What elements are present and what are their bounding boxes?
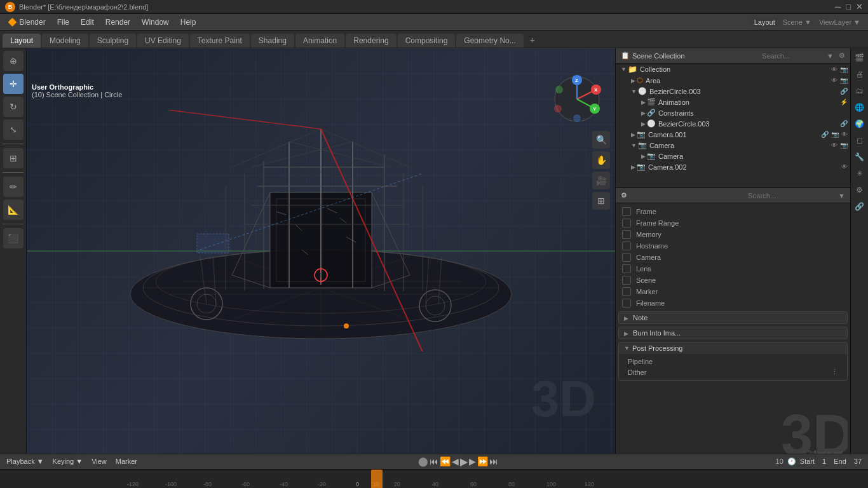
filename-checkbox[interactable]: [622, 299, 631, 308]
prev-frame[interactable]: ◀: [452, 456, 459, 466]
anim-icon[interactable]: ⚡: [840, 98, 848, 105]
add-workspace-button[interactable]: +: [525, 32, 540, 48]
layout-tab-header[interactable]: Layout: [749, 17, 780, 27]
timeline[interactable]: -120 -100 -80 -60 -40 -20 0 10 20 40 60 …: [0, 470, 868, 488]
outliner-item-beziercircle003-mesh[interactable]: ▶ ⚪ BezierCircle.003 🔗: [616, 118, 850, 129]
constraints-props-icon[interactable]: 🔗: [852, 199, 867, 214]
maximize-button[interactable]: □: [846, 2, 851, 11]
note-header[interactable]: ▶ Note: [619, 312, 847, 323]
visibility-icon[interactable]: 👁: [831, 66, 837, 73]
prev-keyframe[interactable]: ⏪: [440, 456, 451, 466]
render-icon[interactable]: 📷: [840, 142, 848, 149]
frame-range-checkbox[interactable]: [622, 219, 631, 227]
hostname-checkbox[interactable]: [622, 241, 631, 250]
outliner-item-camera-child[interactable]: ▶ 📷 Camera: [616, 151, 850, 161]
camera-checkbox[interactable]: [622, 253, 631, 262]
visibility-icon[interactable]: 👁: [831, 77, 837, 84]
output-props-icon[interactable]: 🖨: [852, 67, 867, 82]
view-dropdown[interactable]: View: [88, 456, 111, 466]
measure-tool[interactable]: 📐: [3, 200, 24, 220]
view-layer-props-icon[interactable]: 🗂: [852, 83, 867, 98]
move-tool[interactable]: ✛: [3, 74, 24, 94]
outliner-filter-icon[interactable]: ▼: [827, 52, 834, 60]
window-controls[interactable]: ─ □ ✕: [835, 2, 863, 11]
toggle-quad-view[interactable]: ⊞: [592, 192, 610, 210]
tab-rendering[interactable]: Rendering: [346, 34, 396, 48]
menu-file[interactable]: File: [52, 17, 74, 28]
physics-props-icon[interactable]: ⚙: [852, 182, 867, 198]
outliner-search[interactable]: [758, 51, 822, 61]
menu-render[interactable]: Render: [100, 17, 135, 28]
render-icon[interactable]: 📷: [840, 77, 848, 84]
tab-geometry-nodes[interactable]: Geometry No...: [456, 34, 523, 48]
zoom-to-selection[interactable]: 🔍: [592, 131, 610, 149]
pan-view[interactable]: ✋: [592, 151, 610, 169]
current-frame-display[interactable]: 10: [776, 458, 783, 465]
render-props-icon[interactable]: 🎬: [852, 50, 867, 65]
jump-to-end[interactable]: ⏭: [489, 456, 498, 466]
render-icon[interactable]: 📷: [840, 66, 848, 73]
outliner-item-animation[interactable]: ▶ 🎬 Animation ⚡: [616, 97, 850, 107]
outliner-item-camera001[interactable]: ▶ 📷 Camera.001 🔗 📷 👁: [616, 129, 850, 140]
outliner-item-scene-collection[interactable]: ▼ 📁 Collection 👁 📷: [616, 64, 850, 75]
tab-compositing[interactable]: Compositing: [398, 34, 456, 48]
scene-props-icon[interactable]: 🌐: [852, 100, 867, 115]
tab-modeling[interactable]: Modeling: [42, 34, 88, 48]
world-props-icon[interactable]: 🌍: [852, 116, 867, 132]
play-button[interactable]: ▶: [460, 456, 468, 468]
tab-layout[interactable]: Layout: [3, 34, 41, 48]
tab-uv-editing[interactable]: UV Editing: [137, 34, 189, 48]
viewlayer-selector[interactable]: ViewLayer ▼: [819, 18, 860, 26]
lens-checkbox[interactable]: [622, 264, 631, 273]
menu-window[interactable]: Window: [137, 17, 174, 28]
menu-edit[interactable]: Edit: [76, 17, 99, 28]
tab-shading[interactable]: Shading: [251, 34, 294, 48]
outliner-item-constraints[interactable]: ▶ 🔗 Constraints: [616, 107, 850, 118]
tab-texture-paint[interactable]: Texture Paint: [190, 34, 250, 48]
memory-checkbox[interactable]: [622, 230, 631, 239]
link-icon-2[interactable]: 🔗: [840, 120, 848, 127]
visibility-icon[interactable]: 👁: [841, 131, 848, 138]
minimize-button[interactable]: ─: [835, 2, 841, 11]
viewport[interactable]: Object Mode ▼ View Select Add Object GIS…: [27, 48, 615, 454]
modifier-props-icon[interactable]: 🔧: [852, 149, 867, 165]
keying-dropdown[interactable]: Keying ▼: [49, 456, 87, 466]
marker-dropdown[interactable]: Marker: [112, 456, 141, 466]
next-frame[interactable]: ▶: [469, 456, 476, 466]
outliner-item-camera002[interactable]: ▶ 📷 Camera.002 👁: [616, 161, 850, 172]
tab-sculpting[interactable]: Sculpting: [90, 34, 136, 48]
object-props-icon[interactable]: ◻: [852, 133, 867, 148]
frame-checkbox[interactable]: [622, 207, 631, 216]
close-button[interactable]: ✕: [856, 2, 863, 11]
scene-checkbox[interactable]: [622, 276, 631, 285]
camera001-link[interactable]: 🔗: [821, 131, 829, 138]
camera-view[interactable]: 🎥: [592, 172, 610, 189]
menu-help[interactable]: Help: [175, 17, 201, 28]
outliner-item-area[interactable]: ▶ ⬡ Area 👁 📷: [616, 75, 850, 86]
particles-props-icon[interactable]: ✳: [852, 166, 867, 181]
properties-filter[interactable]: ▼: [838, 192, 845, 200]
jump-to-start[interactable]: ⏮: [430, 456, 438, 466]
outliner-item-beziercircle003[interactable]: ▼ ⚪ BezierCircle.003 🔗: [616, 86, 850, 97]
post-processing-header[interactable]: ▼ Post Processing: [619, 342, 847, 354]
visibility-icon[interactable]: 👁: [831, 142, 837, 149]
rotate-tool[interactable]: ↻: [3, 97, 24, 117]
frame-type-selector[interactable]: ⬤: [418, 456, 428, 466]
viewport-canvas[interactable]: User Orthographic (10) Scene Collection …: [27, 48, 615, 454]
scene-selector[interactable]: Scene ▼: [783, 18, 811, 26]
viewport-gizmo[interactable]: X Y Z: [552, 74, 602, 125]
marker-checkbox[interactable]: [622, 287, 631, 296]
camera001-render[interactable]: 📷: [831, 131, 839, 138]
transform-tool[interactable]: ⊞: [3, 148, 24, 168]
outliner-settings-icon[interactable]: ⚙: [839, 51, 845, 60]
playback-dropdown[interactable]: Playback ▼: [3, 456, 48, 466]
add-cube-tool[interactable]: ⬛: [3, 228, 24, 248]
burn-into-header[interactable]: ▶ Burn Into Ima...: [619, 327, 847, 339]
end-frame-input[interactable]: 37: [850, 456, 865, 466]
annotate-tool[interactable]: ✏: [3, 177, 24, 197]
outliner-item-camera-group[interactable]: ▼ 📷 Camera 👁 📷: [616, 140, 850, 151]
tab-animation[interactable]: Animation: [295, 34, 344, 48]
menu-blender[interactable]: 🔶 Blender: [3, 17, 51, 28]
start-frame-input[interactable]: 1: [818, 456, 830, 466]
properties-search[interactable]: [744, 191, 833, 201]
